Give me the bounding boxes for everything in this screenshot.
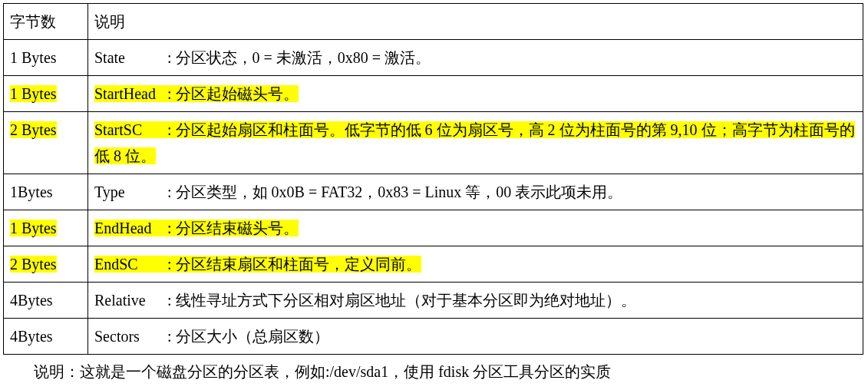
cell-bytes: 1 Bytes [4, 76, 88, 112]
cell-desc: State: 分区状态，0 = 未激活，0x80 = 激活。 [88, 40, 863, 76]
table-row: 4Bytes Relative: 线性寻址方式下分区相对扇区地址（对于基本分区即… [4, 283, 863, 319]
cell-desc: Type: 分区类型，如 0x0B = FAT32，0x83 = Linux 等… [88, 174, 863, 210]
table-row: 1 Bytes StartHead: 分区起始磁头号。 [4, 76, 863, 112]
cell-desc: Sectors: 分区大小（总扇区数） [88, 319, 863, 355]
footnote: 说明：这就是一个磁盘分区的分区表，例如:/dev/sda1，使用 fdisk 分… [3, 355, 863, 390]
table-row: 2 Bytes EndSC: 分区结束扇区和柱面号，定义同前。 [4, 246, 863, 283]
table-row: 1Bytes Type: 分区类型，如 0x0B = FAT32，0x83 = … [4, 174, 863, 210]
cell-bytes: 2 Bytes [4, 246, 88, 283]
cell-bytes: 1 Bytes [4, 210, 88, 246]
cell-desc: EndHead: 分区结束磁头号。 [88, 210, 863, 246]
cell-bytes: 2 Bytes [4, 112, 88, 174]
footnote-line1: 说明：这就是一个磁盘分区的分区表，例如:/dev/sda1，使用 fdisk 分… [3, 358, 863, 385]
table-header-row: 字节数 说明 [4, 4, 863, 40]
cell-bytes: 4Bytes [4, 319, 88, 355]
partition-table: 字节数 说明 1 Bytes State: 分区状态，0 = 未激活，0x80 … [3, 3, 863, 355]
cell-bytes: 1Bytes [4, 174, 88, 210]
table-row: 2 Bytes StartSC: 分区起始扇区和柱面号。低字节的低 6 位为扇区… [4, 112, 863, 174]
table-row: 1 Bytes State: 分区状态，0 = 未激活，0x80 = 激活。 [4, 40, 863, 76]
header-desc: 说明 [88, 4, 863, 40]
table-row: 1 Bytes EndHead: 分区结束磁头号。 [4, 210, 863, 246]
cell-desc: StartSC: 分区起始扇区和柱面号。低字节的低 6 位为扇区号，高 2 位为… [88, 112, 863, 174]
header-bytes: 字节数 [4, 4, 88, 40]
cell-bytes: 4Bytes [4, 283, 88, 319]
cell-desc: EndSC: 分区结束扇区和柱面号，定义同前。 [88, 246, 863, 283]
cell-desc: StartHead: 分区起始磁头号。 [88, 76, 863, 112]
table-row: 4Bytes Sectors: 分区大小（总扇区数） [4, 319, 863, 355]
cell-bytes: 1 Bytes [4, 40, 88, 76]
cell-desc: Relative: 线性寻址方式下分区相对扇区地址（对于基本分区即为绝对地址）。 [88, 283, 863, 319]
